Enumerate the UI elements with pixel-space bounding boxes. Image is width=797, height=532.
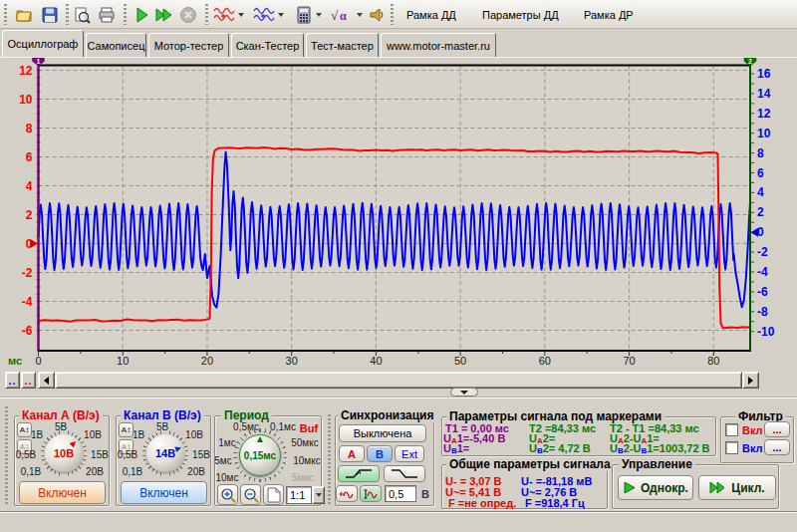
signal-a-icon bbox=[213, 6, 235, 24]
dropdown-arrow[interactable] bbox=[316, 13, 322, 17]
panel-bottom-edge bbox=[0, 511, 797, 513]
toolbar-separator bbox=[66, 4, 69, 25]
svg-text:-4: -4 bbox=[22, 295, 33, 309]
tab-oscilloscope[interactable]: Осциллограф bbox=[2, 30, 84, 57]
svg-text:4: 4 bbox=[26, 179, 33, 193]
tab-test-master[interactable]: Тест-мастер bbox=[306, 33, 379, 57]
buffer-label: Buf bbox=[300, 422, 318, 434]
save-button[interactable] bbox=[38, 3, 62, 26]
frame-dd-button[interactable]: Рамка ДД bbox=[400, 3, 462, 26]
frame-dr-button[interactable]: Рамка ДР bbox=[578, 3, 640, 26]
stop-button[interactable] bbox=[176, 3, 199, 26]
play-button[interactable] bbox=[130, 3, 152, 26]
filter-b-checkbox[interactable] bbox=[725, 441, 738, 454]
svg-text:-8: -8 bbox=[757, 305, 768, 319]
channel-a-enable-button[interactable]: Включен bbox=[19, 481, 106, 504]
dropdown-arrow[interactable] bbox=[238, 13, 244, 17]
toolbar-separator bbox=[124, 4, 127, 25]
formula-button[interactable]: √α bbox=[329, 3, 363, 26]
svg-text:2: 2 bbox=[26, 208, 33, 222]
single-run-button[interactable]: Однокр. bbox=[618, 475, 693, 500]
sync-source-b-button[interactable]: В bbox=[367, 445, 393, 462]
sync-mode1-button[interactable] bbox=[336, 485, 358, 502]
svg-text:10: 10 bbox=[117, 355, 129, 367]
new-view-button[interactable] bbox=[263, 484, 284, 505]
sync-level-icon bbox=[363, 488, 379, 500]
scale-label: 1В bbox=[31, 429, 43, 440]
svg-text:0: 0 bbox=[35, 355, 41, 367]
fast-play-icon bbox=[709, 481, 726, 494]
svg-text:α: α bbox=[340, 9, 347, 23]
dropdown-arrow[interactable] bbox=[357, 13, 363, 17]
zoom-out-button[interactable] bbox=[240, 484, 261, 505]
preview-button[interactable] bbox=[70, 3, 94, 26]
sync-title: Синхронизация bbox=[338, 408, 437, 422]
zoom-ratio-field[interactable]: 1:1 bbox=[286, 486, 312, 504]
cycle-run-button[interactable]: Цикл. bbox=[698, 475, 776, 500]
toolbar-grip[interactable] bbox=[4, 4, 7, 25]
splitter[interactable] bbox=[0, 397, 797, 399]
channel-b-knob[interactable]: 14В bbox=[142, 430, 188, 476]
zoom-ratio-dropdown[interactable] bbox=[312, 486, 325, 504]
scale-label: 0,5В bbox=[16, 449, 37, 460]
channel-b-autoscale-button[interactable]: A↕ bbox=[119, 422, 133, 437]
panel-grip[interactable] bbox=[5, 406, 8, 506]
signal-b-icon bbox=[253, 6, 275, 24]
collapse-panel-button[interactable] bbox=[450, 388, 478, 397]
svg-text:-4: -4 bbox=[757, 265, 768, 279]
tab-recorder[interactable]: Самописец bbox=[86, 33, 146, 57]
sync-mode2-button[interactable] bbox=[360, 485, 382, 502]
tab-scan-tester[interactable]: Скан-Тестер bbox=[231, 33, 304, 57]
open-button[interactable] bbox=[12, 3, 36, 26]
svg-text:14: 14 bbox=[757, 87, 771, 101]
scale-label: 10мс bbox=[216, 472, 239, 483]
dropdown-arrow[interactable] bbox=[278, 13, 284, 17]
signal-b-button[interactable] bbox=[251, 3, 285, 26]
param-f-a: F =не опред. bbox=[448, 497, 516, 509]
param-f-b: F =918,4 Гц bbox=[525, 497, 585, 509]
filter-a-options-button[interactable]: ... bbox=[764, 421, 790, 437]
fast-play-button[interactable] bbox=[152, 3, 175, 26]
tab-website[interactable]: www.motor-master.ru bbox=[381, 33, 496, 57]
print-button[interactable] bbox=[95, 3, 119, 26]
channel-b-enable-button[interactable]: Включен bbox=[121, 481, 207, 504]
channel-a-autoscale-button[interactable]: A↕ bbox=[17, 422, 32, 437]
tab-bar: Осциллограф Самописец Мотор-тестер Скан-… bbox=[0, 29, 797, 57]
scale-label: 0,5мс bbox=[233, 421, 259, 432]
axis-a-button[interactable]: .. bbox=[5, 372, 20, 389]
axis-b-button[interactable]: .. bbox=[21, 372, 36, 389]
left-arrow-icon bbox=[44, 377, 49, 385]
tab-motor-tester[interactable]: Мотор-тестер bbox=[148, 33, 229, 57]
signal-a-button[interactable] bbox=[211, 3, 245, 26]
sync-level-field[interactable]: 0,5 bbox=[385, 485, 416, 502]
svg-text:80: 80 bbox=[707, 355, 719, 367]
filter-b-options-button[interactable]: ... bbox=[764, 439, 790, 455]
zoom-in-button[interactable] bbox=[217, 484, 238, 505]
channel-a-knob[interactable]: 10В bbox=[41, 430, 87, 476]
filter-a-checkbox[interactable] bbox=[725, 423, 738, 436]
play-icon bbox=[133, 6, 150, 24]
scrollbar-thumb[interactable] bbox=[55, 372, 742, 389]
sync-falling-edge-button[interactable] bbox=[384, 465, 425, 482]
toolbar-separator bbox=[205, 4, 208, 25]
scroll-right-button[interactable] bbox=[742, 372, 759, 389]
sync-rising-edge-button[interactable] bbox=[338, 465, 380, 482]
params-dd-button[interactable]: Параметры ДД bbox=[476, 3, 565, 26]
svg-text:16: 16 bbox=[757, 67, 771, 81]
collapse-icon bbox=[460, 391, 468, 395]
period-knob[interactable]: 0,15мс bbox=[233, 428, 287, 482]
sync-source-a-button[interactable]: А bbox=[339, 445, 365, 462]
sound-button[interactable] bbox=[365, 3, 389, 26]
scroll-left-button[interactable] bbox=[38, 372, 55, 389]
panel-grip[interactable] bbox=[328, 414, 331, 504]
calculator-button[interactable] bbox=[291, 3, 325, 26]
svg-text:8: 8 bbox=[757, 146, 764, 160]
scale-label: 15В bbox=[91, 449, 109, 460]
sync-source-ext-button[interactable]: Ext bbox=[395, 445, 424, 462]
svg-text:70: 70 bbox=[623, 355, 635, 367]
formula-icon: √α bbox=[330, 6, 354, 24]
sync-off-button[interactable]: Выключена bbox=[339, 424, 426, 442]
scale-label: 1мс bbox=[218, 437, 235, 448]
open-icon bbox=[15, 6, 33, 24]
filter-b-label: Вкл bbox=[742, 442, 763, 454]
